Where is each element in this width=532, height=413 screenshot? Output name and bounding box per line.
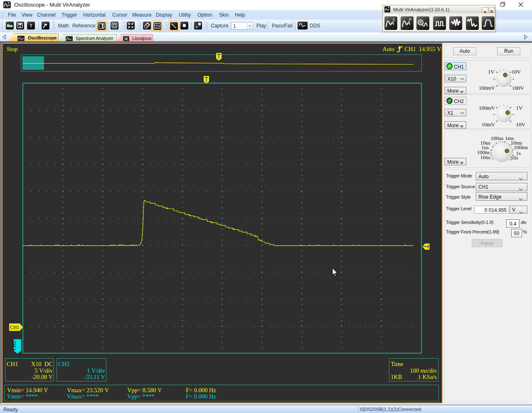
svg-text:1KB: 1KB	[391, 374, 402, 380]
svg-text:-33.11 V: -33.11 V	[84, 374, 105, 380]
svg-text:Vpp= ****: Vpp= ****	[127, 393, 155, 400]
svg-text:Vmin= ****: Vmin= ****	[7, 393, 38, 400]
svg-text:Stop: Stop	[7, 46, 18, 52]
svg-text:5 V/div: 5 V/div	[34, 367, 53, 374]
svg-text:Time: Time	[391, 361, 403, 367]
svg-text:100 ms/div: 100 ms/div	[410, 367, 437, 374]
svg-text:X10 DC: X10 DC	[31, 361, 53, 367]
svg-text:1 V/div: 1 V/div	[87, 367, 105, 374]
svg-text:P: P	[408, 17, 412, 23]
svg-text:-20.08 V: -20.08 V	[32, 374, 53, 380]
svg-text:CH1: CH1	[10, 324, 20, 330]
svg-text:1 KSa/s: 1 KSa/s	[418, 374, 437, 380]
svg-text:S: S	[392, 17, 395, 23]
svg-text:CH2: CH2	[58, 361, 69, 367]
svg-text:Auto: Auto	[382, 46, 394, 52]
svg-text:Vmax= ****: Vmax= ****	[67, 393, 99, 400]
svg-text:CH1 14.955 V: CH1 14.955 V	[404, 46, 441, 52]
svg-text:CH2: CH2	[11, 341, 17, 350]
svg-text:CH1: CH1	[7, 361, 18, 367]
svg-text:F= 0.000 Hz: F= 0.000 Hz	[186, 393, 217, 400]
